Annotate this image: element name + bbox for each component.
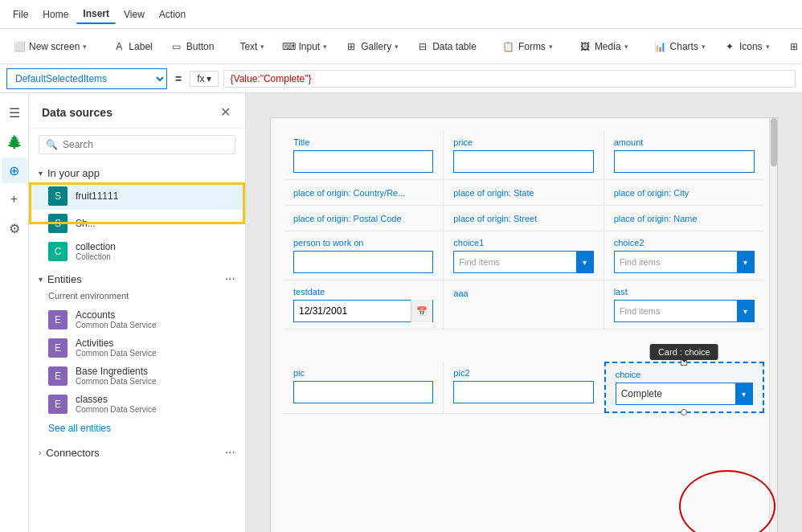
menu-action[interactable]: Action (153, 6, 192, 23)
text-button[interactable]: Text ▾ (233, 38, 271, 55)
sidebar-add-icon[interactable]: + (2, 186, 27, 212)
item-name: collection (76, 241, 116, 252)
charts-icon: 📊 (654, 40, 667, 53)
forms-button[interactable]: 📋 Forms ▾ (496, 37, 559, 56)
choice1-arrow-icon: ▾ (576, 251, 593, 273)
menu-file[interactable]: File (6, 6, 35, 23)
calendar-icon: 📅 (411, 300, 432, 322)
scrollbar-thumb[interactable] (771, 118, 777, 166)
list-item[interactable]: S Sh... (29, 210, 245, 237)
form-row: person to work on choice1 Find items ▾ c… (284, 231, 764, 280)
testdate-input[interactable]: 12/31/2001 📅 (293, 300, 433, 322)
sidebar-menu-icon[interactable]: ☰ (2, 100, 27, 125)
new-screen-button[interactable]: ⬜ New screen ▾ (6, 37, 93, 56)
panel-close-button[interactable]: ✕ (219, 103, 232, 121)
search-input[interactable] (63, 139, 228, 150)
list-item[interactable]: C collection Collection (29, 237, 245, 265)
pic2-label: pic2 (453, 368, 593, 378)
entities-section[interactable]: ▾ Entities ··· (29, 265, 245, 289)
sidebar-tree-icon[interactable]: 🌲 (2, 129, 27, 154)
icons-button[interactable]: ✦ Icons ▾ (717, 37, 776, 56)
menu-insert[interactable]: Insert (76, 5, 116, 24)
title-input[interactable] (293, 150, 433, 173)
choice-value: Complete (621, 388, 662, 399)
choice1-placeholder: Find items (459, 257, 500, 267)
toolbar: ⬜ New screen ▾ A Label ▭ Button Text ▾ ⌨… (0, 29, 802, 64)
price-input[interactable] (453, 150, 593, 173)
name-field: place of origin: Name (604, 206, 764, 231)
menu-home[interactable]: Home (36, 6, 75, 23)
sidebar-data-icon[interactable]: ⊕ (2, 158, 27, 183)
choice2-placeholder: Find items (620, 257, 661, 267)
pic2-field: pic2 (444, 362, 604, 413)
item-name: Accounts (76, 309, 157, 321)
label-button[interactable]: A Label (106, 37, 158, 56)
icons-icon: ✦ (723, 40, 736, 53)
item-name: Base Ingredients (76, 366, 157, 377)
equals-sign: = (172, 72, 185, 85)
choice-card[interactable]: Card : choice choice Complete ▾ (604, 362, 764, 413)
choice-arrow-icon: ▾ (735, 383, 752, 405)
main-layout: ☰ 🌲 ⊕ + ⚙ Data sources ✕ 🔍 ▾ In your app… (0, 93, 802, 532)
new-screen-chevron: ▾ (83, 43, 87, 51)
see-all-entities-link[interactable]: See all entities (29, 418, 245, 439)
charts-button[interactable]: 📊 Charts ▾ (648, 37, 712, 56)
current-env-label: Current environment (29, 289, 245, 305)
data-sources-panel: Data sources ✕ 🔍 ▾ In your app S fruit11… (29, 93, 246, 532)
sidebar-icon-rail: ☰ 🌲 ⊕ + ⚙ (0, 93, 29, 532)
choice2-label: choice2 (614, 238, 755, 248)
sharepoint-icon: S (48, 186, 68, 206)
item-name: Activities (76, 338, 157, 349)
gallery-chevron: ▾ (395, 43, 399, 51)
choice1-dropdown[interactable]: Find items ▾ (453, 251, 593, 273)
sidebar-settings-icon[interactable]: ⚙ (2, 215, 27, 241)
choice-dropdown[interactable]: Complete ▾ (616, 383, 753, 405)
choice2-field: choice2 Find items ▾ (604, 231, 764, 280)
search-box[interactable]: 🔍 (39, 135, 235, 154)
custom-button[interactable]: ⊞ Custo... (781, 37, 802, 56)
property-selector[interactable]: DefaultSelectedItems (6, 68, 167, 89)
in-your-app-section[interactable]: ▾ In your app (29, 161, 245, 182)
item-name: fruit11111 (76, 190, 118, 202)
form-row: Title price amount (284, 131, 764, 180)
media-button[interactable]: 🖼 Media ▾ (572, 37, 635, 56)
list-item[interactable]: E Base Ingredients Common Data Service (29, 362, 245, 390)
input-chevron: ▾ (323, 43, 327, 51)
input-button[interactable]: ⌨ Input ▾ (276, 37, 333, 56)
panel-title: Data sources (42, 106, 113, 119)
list-item[interactable]: E Activities Common Data Service (29, 334, 245, 362)
entity-icon: E (48, 310, 68, 329)
list-item[interactable]: S fruit11111 (29, 182, 245, 210)
button-button[interactable]: ▭ Button (164, 37, 221, 56)
last-dropdown[interactable]: Find items ▾ (614, 300, 755, 322)
vertical-scrollbar[interactable] (769, 118, 777, 532)
input-icon: ⌨ (282, 40, 295, 53)
person-input[interactable] (293, 251, 433, 273)
form-row: place of origin: Postal Code place of or… (284, 206, 764, 231)
aaa-label: aaa (453, 285, 468, 301)
pic2-input[interactable] (453, 381, 593, 403)
resize-handle-bottom[interactable] (681, 409, 687, 415)
item-type: Common Data Service (76, 377, 157, 386)
list-item[interactable]: E Accounts Common Data Service (29, 305, 245, 334)
pic-field: pic (284, 362, 444, 413)
item-type: Common Data Service (76, 349, 157, 358)
entities-more-icon[interactable]: ··· (225, 272, 235, 286)
pic-input[interactable] (293, 381, 433, 403)
item-name: classes (76, 394, 157, 405)
gallery-button[interactable]: ⊞ Gallery ▾ (338, 37, 405, 56)
fx-label: fx (197, 73, 204, 84)
form-row: place of origin: Country/Re... place of … (284, 180, 764, 206)
origin-city-field: place of origin: City (604, 180, 764, 205)
connectors-section[interactable]: › Connectors ··· (29, 439, 245, 463)
choice2-dropdown[interactable]: Find items ▾ (614, 251, 755, 273)
connectors-more-icon[interactable]: ··· (225, 445, 235, 460)
amount-input[interactable] (614, 150, 755, 173)
custom-icon: ⊞ (788, 40, 800, 53)
formula-input[interactable] (223, 70, 796, 88)
connectors-label: Connectors (46, 447, 99, 459)
list-item[interactable]: E classes Common Data Service (29, 390, 245, 418)
fx-button[interactable]: fx ▾ (190, 71, 218, 87)
menu-view[interactable]: View (117, 6, 151, 23)
data-table-button[interactable]: ⊟ Data table (410, 37, 483, 56)
